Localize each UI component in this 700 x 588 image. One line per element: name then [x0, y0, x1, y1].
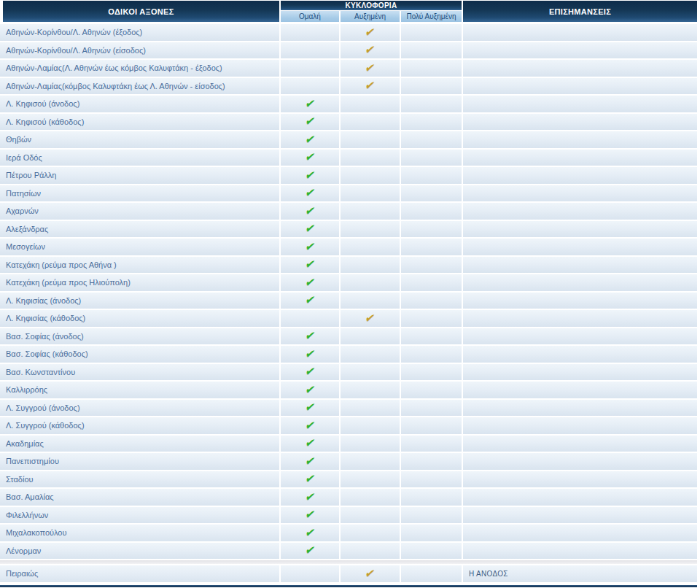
table-row: Μιχαλακοπούλου✔ — [0, 525, 697, 541]
normal-cell: ✔ — [281, 471, 339, 488]
column-group-traffic: ΚΥΚΛΟΦΟΡΙΑ Ομαλή Αυξημένη Πολύ Αυξημένη — [281, 1, 462, 22]
normal-check-icon: ✔ — [304, 419, 316, 430]
increased-cell — [341, 203, 400, 220]
very-increased-cell — [401, 274, 462, 291]
traffic-label: ΚΥΚΛΟΦΟΡΙΑ — [346, 1, 397, 9]
remark-cell — [463, 346, 697, 363]
normal-cell: ✔ — [281, 293, 339, 309]
table-row: Ιερά Οδός✔ — [0, 150, 697, 166]
very-increased-cell — [401, 221, 462, 238]
remark-cell — [463, 221, 697, 238]
table-row: Λ. Συγγρού (άνοδος)✔ — [0, 400, 697, 417]
normal-check-icon: ✔ — [304, 508, 316, 519]
very-increased-cell — [401, 471, 462, 488]
road-name: Λ. Κηφισίας (άνοδος) — [0, 293, 279, 309]
very-increased-cell — [401, 78, 462, 95]
remark-cell — [463, 257, 697, 274]
normal-cell: ✔ — [281, 400, 339, 417]
road-name: Λ. Κηφισού (άνοδος) — [0, 96, 279, 112]
increased-cell — [341, 543, 400, 560]
road-name: Θηβών — [0, 131, 279, 148]
very-increased-cell — [401, 489, 462, 506]
very-increased-cell — [401, 417, 462, 434]
remark-cell — [463, 382, 697, 398]
remark-cell — [463, 525, 697, 541]
remark-cell — [463, 328, 697, 345]
normal-cell: ✔ — [281, 525, 339, 541]
remark-cell — [463, 310, 697, 327]
table-header: ΟΔΙΚΟΙ ΑΞΟΝΕΣ ΚΥΚΛΟΦΟΡΙΑ Ομαλή Αυξημένη … — [0, 0, 697, 22]
table-row: Λ. Κηφισού (κάθοδος)✔ — [0, 114, 697, 131]
remark-cell — [463, 239, 697, 255]
table-row: Αθηνών-Λαμίας(Λ. Αθηνών έως κόμβος Καλυφ… — [0, 60, 697, 77]
road-name: Βασ. Σοφίας (άνοδος) — [0, 328, 279, 345]
remark-cell — [463, 417, 697, 434]
table-row: Πατησίων✔ — [0, 185, 697, 202]
table-row: Λ. Κηφισίας (άνοδος)✔ — [0, 293, 697, 309]
table-row: Κατεχάκη (ρεύμα προς Αθήνα )✔ — [0, 257, 697, 274]
road-name: Κατεχάκη (ρεύμα προς Αθήνα ) — [0, 257, 279, 274]
column-header-increased: Αυξημένη — [341, 11, 400, 22]
table-row: Βασ. Αμαλίας✔ — [0, 489, 697, 506]
table-row: Λ. Κηφισού (άνοδος)✔ — [0, 96, 697, 112]
increased-cell — [341, 525, 400, 541]
normal-cell: ✔ — [281, 239, 339, 255]
very-increased-cell — [401, 525, 462, 541]
normal-check-icon: ✔ — [304, 437, 316, 448]
table-row: Αθηνών-Λαμίας(κόμβος Καλυφτάκη έως Λ. Αθ… — [0, 78, 697, 95]
normal-cell: ✔ — [281, 382, 339, 398]
increased-check-icon: ✔ — [365, 62, 376, 73]
very-increased-cell — [401, 293, 462, 309]
normal-check-icon: ✔ — [304, 473, 316, 484]
normal-check-icon: ✔ — [304, 527, 316, 538]
table-row: Φιλελλήνων✔ — [0, 507, 697, 524]
road-name: Αθηνών-Κορίνθου/Λ. Αθηνών (είσοδος) — [0, 42, 279, 59]
normal-cell: ✔ — [281, 417, 339, 434]
normal-check-icon: ✔ — [304, 276, 316, 287]
increased-check-icon: ✔ — [365, 312, 376, 323]
road-name: Πέτρου Ράλλη — [0, 167, 279, 184]
very-increased-cell — [401, 436, 462, 452]
road-name: Σταδίου — [0, 471, 279, 488]
increased-cell — [341, 436, 400, 452]
remark-cell — [463, 42, 697, 59]
increased-cell — [341, 257, 400, 274]
road-name: Λ. Συγγρού (κάθοδος) — [0, 417, 279, 434]
very-increased-cell — [401, 131, 462, 148]
very-increased-cell — [401, 346, 462, 363]
road-name: Μιχαλακοπούλου — [0, 525, 279, 541]
remark-cell — [463, 78, 697, 95]
normal-cell: ✔ — [281, 364, 339, 381]
table-row: Πέτρου Ράλλη✔ — [0, 167, 697, 184]
normal-cell: ✔ — [281, 131, 339, 148]
normal-cell: ✔ — [281, 328, 339, 345]
very-increased-cell — [401, 150, 462, 166]
very-increased-cell — [401, 453, 462, 470]
normal-check-icon: ✔ — [304, 241, 316, 252]
normal-check-icon: ✔ — [304, 294, 316, 305]
remark-cell — [463, 131, 697, 148]
remark-cell — [463, 96, 697, 112]
table-row: Βασ. Κωνσταντίνου✔ — [0, 364, 697, 381]
road-name: Ιερά Οδός — [0, 150, 279, 166]
road-name: Αλεξάνδρας — [0, 221, 279, 238]
increased-cell — [341, 239, 400, 255]
increased-cell — [341, 489, 400, 506]
road-name: Μεσογείων — [0, 239, 279, 255]
normal-cell: ✔ — [281, 489, 339, 506]
increased-cell — [341, 417, 400, 434]
normal-cell: ✔ — [281, 185, 339, 202]
remark-cell — [463, 60, 697, 77]
normal-cell: ✔ — [281, 96, 339, 112]
normal-cell — [281, 78, 339, 95]
normal-cell: ✔ — [281, 346, 339, 363]
remark-cell — [463, 471, 697, 488]
road-name: Πανεπιστημίου — [0, 453, 279, 470]
increased-cell — [341, 185, 400, 202]
table-row: Κατεχάκη (ρεύμα προς Ηλιούπολη)✔ — [0, 274, 697, 291]
road-name: Βασ. Κωνσταντίνου — [0, 364, 279, 381]
increased-cell — [341, 453, 400, 470]
very-increased-cell — [401, 364, 462, 381]
remark-cell — [463, 543, 697, 560]
very-increased-cell — [401, 167, 462, 184]
